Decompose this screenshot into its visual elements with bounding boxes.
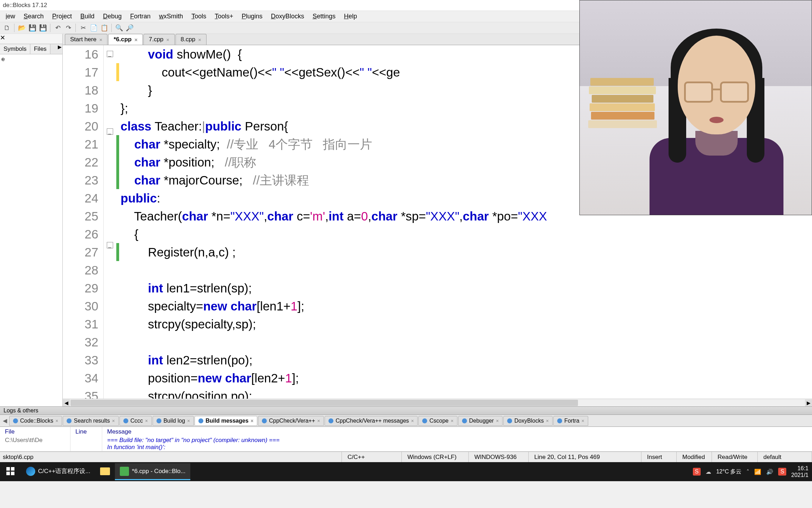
find-button[interactable]: 🔍	[114, 23, 124, 33]
log-tab[interactable]: Search results×	[63, 416, 118, 426]
status-insert: Insert	[641, 452, 677, 462]
network-icon[interactable]: 📶	[754, 468, 761, 475]
close-tab-icon[interactable]: ×	[166, 37, 170, 43]
menu-tools+[interactable]: Tools+	[210, 11, 238, 22]
system-tray[interactable]: S ☁ 12°C 多云 ˄ 📶 🔊 S 16:1 2021/1	[693, 465, 808, 478]
taskbar-app[interactable]	[95, 463, 115, 480]
paste-button[interactable]: 📋	[99, 23, 109, 33]
log-tab[interactable]: Build messages×	[195, 416, 257, 426]
log-tab-icon	[156, 418, 161, 423]
weather-icon[interactable]: ☁	[706, 468, 711, 475]
close-tab-icon[interactable]: ×	[134, 37, 137, 43]
sidebar-tab-symbols[interactable]: Symbols	[0, 44, 30, 54]
log-tab[interactable]: Build log×	[153, 416, 194, 426]
undo-button[interactable]: ↶	[53, 23, 63, 33]
menu-build[interactable]: Build	[76, 11, 99, 22]
status-eol: Windows (CR+LF)	[402, 452, 469, 462]
cut-button[interactable]: ✂	[78, 23, 88, 33]
close-log-tab-icon[interactable]: ×	[546, 418, 549, 424]
input-method-icon[interactable]: S	[693, 468, 701, 476]
copy-button[interactable]: 📄	[89, 23, 99, 33]
chevron-up-icon[interactable]: ˄	[746, 468, 749, 475]
tree-root-node[interactable]: e	[1, 56, 5, 62]
log-tab[interactable]: Code::Blocks×	[9, 416, 62, 426]
file-tab[interactable]: Start here×	[65, 34, 107, 45]
log-column-line: Line	[70, 427, 102, 437]
fold-column[interactable]	[104, 45, 116, 399]
redo-button[interactable]: ↷	[63, 23, 73, 33]
volume-icon[interactable]: 🔊	[766, 468, 773, 475]
menu-iew[interactable]: iew	[1, 11, 19, 22]
weather-text[interactable]: 12°C 多云	[716, 468, 742, 476]
windows-taskbar[interactable]: C/C++语言程序设...*6.cpp - Code::Blo... S ☁ 1…	[0, 462, 812, 481]
menu-help[interactable]: Help	[340, 11, 361, 22]
taskbar-app[interactable]: *6.cpp - Code::Blo...	[115, 463, 190, 480]
log-message-row: In function 'int main()':	[102, 444, 812, 451]
ime-badge-icon[interactable]: S	[778, 468, 786, 476]
close-tab-icon[interactable]: ×	[198, 37, 201, 43]
start-button[interactable]	[0, 463, 21, 480]
log-tab[interactable]: Debugger×	[458, 416, 503, 426]
log-tab[interactable]: Fortra×	[553, 416, 588, 426]
log-tab[interactable]: Cscope×	[418, 416, 457, 426]
close-log-tab-icon[interactable]: ×	[251, 418, 253, 424]
log-column-message: Message	[102, 427, 812, 437]
menu-tools[interactable]: Tools	[187, 11, 210, 22]
replace-button[interactable]: 🔎	[125, 23, 135, 33]
taskbar-app[interactable]: C/C++语言程序设...	[21, 463, 95, 480]
close-log-tab-icon[interactable]: ×	[187, 418, 190, 424]
menu-settings[interactable]: Settings	[308, 11, 340, 22]
close-log-tab-icon[interactable]: ×	[411, 418, 414, 424]
log-tab[interactable]: Cccc×	[119, 416, 152, 426]
close-log-tab-icon[interactable]: ×	[317, 418, 320, 424]
close-log-tab-icon[interactable]: ×	[451, 418, 454, 424]
close-tab-icon[interactable]: ×	[99, 37, 103, 43]
menu-debug[interactable]: Debug	[99, 11, 126, 22]
svg-rect-3	[11, 472, 14, 475]
scroll-right-icon[interactable]: ▶	[805, 399, 812, 406]
window-title: de::Blocks 17.12	[3, 2, 47, 9]
log-tab[interactable]: CppCheck/Vera++ messages×	[325, 416, 418, 426]
scrollbar-thumb[interactable]	[70, 400, 578, 406]
close-log-tab-icon[interactable]: ×	[55, 418, 58, 424]
sidebar-tab-scroll-icon[interactable]: ▶	[58, 44, 62, 50]
log-column-file: File	[0, 427, 70, 437]
file-tab[interactable]: 8.cpp×	[176, 34, 207, 45]
panel-close-icon[interactable]: ✕	[0, 34, 5, 41]
log-tab[interactable]: DoxyBlocks×	[503, 416, 553, 426]
close-log-tab-icon[interactable]: ×	[582, 418, 584, 424]
close-log-tab-icon[interactable]: ×	[112, 418, 115, 424]
menu-doxyblocks[interactable]: DoxyBlocks	[267, 11, 308, 22]
taskbar-clock[interactable]: 16:1 2021/1	[791, 465, 808, 478]
menu-wxsmith[interactable]: wxSmith	[155, 11, 187, 22]
horizontal-scrollbar[interactable]: ◀ ▶	[63, 399, 812, 406]
save-button[interactable]: 💾	[27, 23, 37, 33]
save-all-button[interactable]: 💾	[38, 23, 48, 33]
close-log-tab-icon[interactable]: ×	[145, 418, 148, 424]
statusbar: sktop\6.cpp C/C++ Windows (CR+LF) WINDOW…	[0, 452, 812, 462]
open-button[interactable]: 📂	[17, 23, 27, 33]
file-tab[interactable]: 7.cpp×	[143, 34, 174, 45]
logs-header[interactable]: Logs & others	[0, 406, 812, 415]
svg-rect-1	[11, 467, 14, 471]
file-tab[interactable]: *6.cpp×	[108, 34, 143, 45]
menu-plugins[interactable]: Plugins	[238, 11, 267, 22]
status-filepath: sktop\6.cpp	[0, 452, 342, 462]
menu-search[interactable]: Search	[19, 11, 48, 22]
new-file-button[interactable]: 🗋	[2, 23, 12, 33]
sidebar-tab-files[interactable]: Files	[30, 44, 50, 54]
log-tabs: ◀ Code::Blocks×Search results×Cccc×Build…	[0, 415, 812, 427]
sidebar-tree[interactable]: e	[0, 54, 62, 406]
scroll-left-icon[interactable]: ◀	[63, 399, 70, 406]
menu-project[interactable]: Project	[48, 11, 76, 22]
close-log-tab-icon[interactable]: ×	[496, 418, 499, 424]
log-tab-icon	[123, 418, 128, 423]
build-messages-panel[interactable]: File C:\Users\tt\De Line Message === Bui…	[0, 427, 812, 452]
log-tab[interactable]: CppCheck/Vera++×	[258, 416, 324, 426]
log-tabs-prev-icon[interactable]: ◀	[1, 417, 8, 424]
status-encoding: WINDOWS-936	[469, 452, 529, 462]
svg-rect-2	[6, 472, 10, 475]
menu-fortran[interactable]: Fortran	[126, 11, 155, 22]
log-tab-icon	[262, 418, 267, 423]
log-tab-icon	[67, 418, 72, 423]
